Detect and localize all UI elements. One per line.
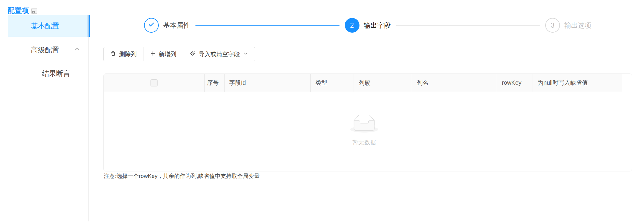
column-header-null-default: 为null时写入缺省值	[533, 74, 622, 92]
sidebar-item-result-assertion[interactable]: 结果断言	[8, 63, 89, 84]
step-basic-properties[interactable]: 基本属性	[144, 18, 345, 33]
table-header-row: 序号 字段Id 类型 列簇 列名 rowKey 为null时写入缺省值	[104, 74, 632, 92]
chevron-down-icon	[243, 51, 248, 58]
empty-state: 暂无数据	[104, 114, 625, 146]
empty-box-icon	[350, 128, 378, 133]
check-icon	[148, 21, 155, 30]
delete-column-button[interactable]: 删除列	[103, 47, 143, 61]
sidebar-title-label: 配置项	[8, 6, 29, 15]
step-label: 输出字段	[364, 21, 391, 30]
select-all-checkbox[interactable]	[150, 79, 158, 86]
sidebar-item-label: 基本配置	[31, 21, 59, 31]
gear-icon	[190, 50, 196, 58]
rowkey-note: 注意:选择一个rowKey，其余的作为列,缺省值中支持取全局变量	[104, 172, 260, 180]
step-number: 3	[551, 21, 555, 29]
delete-column-label: 删除列	[119, 50, 137, 58]
table-body: 暂无数据	[104, 92, 632, 171]
step-label: 基本属性	[163, 21, 190, 30]
step-output-fields[interactable]: 2 输出字段	[345, 18, 546, 33]
steps-bar: 基本属性 2 输出字段 3 输出选项	[144, 17, 591, 34]
step-output-options[interactable]: 3 输出选项	[545, 18, 591, 33]
add-column-label: 新增列	[159, 50, 176, 58]
column-header-type: 类型	[311, 74, 354, 92]
plus-icon	[150, 51, 156, 58]
step-number: 2	[350, 21, 354, 29]
scrollbar-gutter-cell	[622, 74, 632, 92]
table-toolbar: 删除列 新增列 导入或清空字段	[103, 47, 255, 61]
column-header-rowkey: rowKey	[497, 74, 533, 92]
step-pending-circle: 3	[545, 18, 560, 33]
sidebar-item-basic-config[interactable]: 基本配置	[8, 15, 89, 37]
column-header-field-id: 字段Id	[225, 74, 311, 92]
add-column-button[interactable]: 新增列	[143, 47, 183, 61]
column-header-index: 序号	[205, 74, 225, 92]
output-fields-table: 序号 字段Id 类型 列簇 列名 rowKey 为null时写入缺省值	[103, 74, 632, 171]
column-header-column-family: 列簇	[354, 74, 412, 92]
trash-icon	[110, 51, 116, 58]
step-current-circle: 2	[345, 18, 359, 33]
broken-image-icon	[31, 7, 37, 15]
step-finished-circle	[144, 18, 159, 33]
chevron-up-icon	[74, 46, 81, 54]
sidebar-item-label: 高级配置	[31, 45, 59, 55]
step-connector-wait	[396, 25, 540, 26]
sidebar-item-label: 结果断言	[42, 69, 70, 78]
sidebar-title: 配置项	[8, 6, 37, 15]
import-or-clear-fields-button[interactable]: 导入或清空字段	[183, 47, 255, 61]
step-connector-done	[195, 25, 339, 26]
column-header-column-name: 列名	[412, 74, 497, 92]
step-label: 输出选项	[564, 21, 591, 30]
import-or-clear-fields-label: 导入或清空字段	[199, 50, 240, 58]
empty-text: 暂无数据	[104, 138, 625, 146]
sidebar-item-advanced-config[interactable]: 高级配置	[8, 39, 89, 61]
select-all-header-cell	[104, 74, 205, 92]
